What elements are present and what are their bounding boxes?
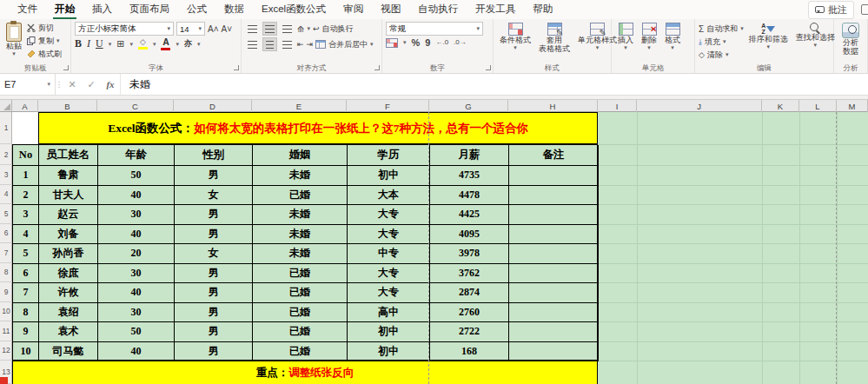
cell-G8[interactable]: 3762 <box>430 264 509 284</box>
align-right-button[interactable] <box>280 37 295 51</box>
cell-B4[interactable]: 甘夫人 <box>39 186 98 206</box>
delete-cells-button[interactable]: 删除 ▾ <box>639 22 659 62</box>
cell-D2[interactable]: 性别 <box>175 145 253 166</box>
column-header-J[interactable]: J <box>637 100 762 112</box>
menu-tab-formulas[interactable]: 公式 <box>178 0 215 19</box>
decrease-decimal-button[interactable]: .0→ <box>454 39 467 46</box>
comments-button[interactable]: 批注 <box>808 1 854 19</box>
underline-button[interactable]: U <box>96 37 103 50</box>
column-header-M[interactable]: M <box>837 100 868 112</box>
formula-input[interactable]: 未婚 <box>120 74 868 95</box>
cell-A10[interactable]: 8 <box>13 303 39 323</box>
clear-button[interactable]: ◇清除▾ <box>699 49 744 61</box>
decrease-indent-icon[interactable]: ⇤ <box>297 40 304 49</box>
menu-tab-file[interactable]: 文件 <box>9 0 46 19</box>
menu-tab-home[interactable]: 开始 <box>46 0 83 19</box>
cell-F6[interactable]: 大专 <box>348 225 430 245</box>
cell-B9[interactable]: 许攸 <box>39 283 98 303</box>
cell-C2[interactable]: 年龄 <box>98 145 175 166</box>
cell-B8[interactable]: 徐庶 <box>39 264 98 284</box>
select-all-corner[interactable] <box>0 100 12 112</box>
cell-E5[interactable]: 未婚 <box>253 205 348 225</box>
align-middle-button[interactable] <box>262 22 277 36</box>
cut-button[interactable]: 剪切 <box>27 22 62 34</box>
insert-cells-button[interactable]: 插入 ▾ <box>615 22 636 62</box>
cell-F7[interactable]: 中专 <box>348 244 430 264</box>
grow-font-icon[interactable]: A˄ <box>208 24 219 34</box>
cell-H7[interactable] <box>509 244 599 264</box>
row-header-7[interactable]: 7 <box>0 243 12 263</box>
cell-B3[interactable]: 鲁肃 <box>39 166 98 186</box>
cell-G11[interactable]: 2722 <box>430 322 509 342</box>
cell-G12[interactable]: 168 <box>430 342 509 362</box>
name-box[interactable]: E7 ▾ <box>0 74 56 95</box>
cell-B2[interactable]: 员工姓名 <box>39 145 98 166</box>
menu-tab-help[interactable]: 帮助 <box>524 0 561 19</box>
cell-F9[interactable]: 大专 <box>348 283 430 303</box>
cell-D11[interactable]: 男 <box>175 322 253 342</box>
column-header-B[interactable]: B <box>38 100 97 112</box>
cell-H2[interactable]: 备注 <box>509 145 599 166</box>
cell-C3[interactable]: 50 <box>98 166 175 186</box>
menu-tab-insert[interactable]: 插入 <box>83 0 121 19</box>
cell-D7[interactable]: 女 <box>175 244 253 264</box>
accounting-format-icon[interactable] <box>386 38 398 48</box>
cell-G7[interactable]: 3978 <box>430 244 509 264</box>
italic-button[interactable]: I <box>87 37 90 50</box>
cell-C11[interactable]: 50 <box>98 322 175 342</box>
align-center-button[interactable] <box>262 37 277 51</box>
cell-C9[interactable]: 40 <box>98 283 175 303</box>
wrap-text-button[interactable]: ↩自动换行 <box>313 23 354 35</box>
font-size-select[interactable]: 14▾ <box>176 22 205 36</box>
cell-E10[interactable]: 已婚 <box>253 303 348 323</box>
cell-C10[interactable]: 30 <box>98 303 175 323</box>
row-header-8[interactable]: 8 <box>0 263 12 283</box>
cell-H9[interactable] <box>509 283 599 303</box>
confirm-entry-icon[interactable]: ✓ <box>82 74 101 95</box>
increase-decimal-button[interactable]: ←.0 <box>435 39 448 46</box>
cell-D9[interactable]: 男 <box>175 283 253 303</box>
column-header-A[interactable]: A <box>12 100 38 112</box>
cell-E9[interactable]: 已婚 <box>253 283 348 303</box>
cell-F8[interactable]: 大专 <box>348 264 430 284</box>
cell-H11[interactable] <box>509 322 599 342</box>
dialog-launcher-icon[interactable] <box>234 65 239 70</box>
cell-E12[interactable]: 已婚 <box>253 342 348 362</box>
column-header-E[interactable]: E <box>252 100 347 112</box>
row-header-12[interactable]: 12 <box>0 341 12 361</box>
cell-H10[interactable] <box>509 303 599 323</box>
comma-style-button[interactable]: 9 <box>425 37 430 48</box>
merge-center-button[interactable]: 合并后居中▾ <box>315 38 374 50</box>
cell-C4[interactable]: 40 <box>98 186 175 206</box>
row-header-10[interactable]: 10 <box>0 302 12 322</box>
increase-indent-icon[interactable]: ⇥ <box>307 40 314 49</box>
green-filled-cells[interactable] <box>598 112 868 384</box>
borders-icon[interactable]: ⊞ <box>116 38 124 50</box>
cell-E6[interactable]: 未婚 <box>253 225 348 245</box>
phonetic-button[interactable]: 亦 <box>184 40 192 48</box>
insert-function-icon[interactable]: fx <box>101 74 120 95</box>
menu-tab-excel-functions[interactable]: Excel函数公式 <box>253 0 335 19</box>
cell-A9[interactable]: 7 <box>13 283 39 303</box>
fill-color-button[interactable]: ◇ <box>138 38 148 50</box>
cell-D3[interactable]: 男 <box>175 166 253 186</box>
cell-G2[interactable]: 月薪 <box>430 145 509 166</box>
analyze-data-button[interactable]: 分析 数据 <box>839 22 862 62</box>
row-header-11[interactable]: 11 <box>0 321 12 341</box>
cell-H5[interactable] <box>509 205 599 225</box>
cell-A2[interactable]: No <box>13 145 39 166</box>
align-bottom-button[interactable] <box>280 22 295 36</box>
font-family-select[interactable]: 方正小标宋简体▾ <box>75 22 174 36</box>
cell-B7[interactable]: 孙尚香 <box>39 244 98 264</box>
cell-G9[interactable]: 2874 <box>430 283 509 303</box>
cell-C12[interactable]: 40 <box>98 342 175 362</box>
cell-G10[interactable]: 2760 <box>430 303 509 323</box>
banner-merged-cell[interactable]: Excel函数公式： 如何将太宽的表格打印在一张纸上？这7种方法，总有一个适合你 <box>38 112 598 144</box>
cell-H3[interactable] <box>509 166 599 186</box>
cell-H8[interactable] <box>509 264 599 284</box>
percent-style-button[interactable]: % <box>412 37 421 48</box>
cell-F3[interactable]: 初中 <box>348 166 430 186</box>
cell-C5[interactable]: 30 <box>98 205 175 225</box>
cell-B11[interactable]: 袁术 <box>39 322 98 342</box>
menu-tab-automate[interactable]: 自动执行 <box>409 0 467 19</box>
